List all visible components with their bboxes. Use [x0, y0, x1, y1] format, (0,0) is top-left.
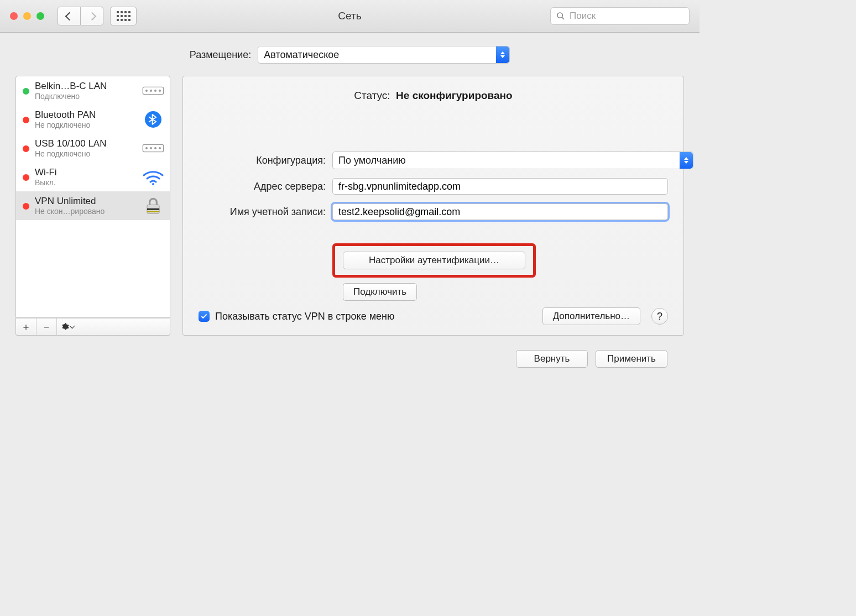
show-vpn-status-checkbox[interactable]: [199, 311, 210, 322]
sidebar-item[interactable]: USB 10/100 LANНе подключено: [16, 134, 170, 163]
main-footer: Показывать статус VPN в строке меню Допо…: [199, 301, 668, 325]
sidebar-item-text: Bluetooth PANНе подключено: [35, 109, 137, 129]
maximize-window-button[interactable]: [36, 12, 44, 20]
auth-settings-button[interactable]: Настройки аутентификации…: [343, 252, 525, 269]
show-all-button[interactable]: [110, 7, 137, 25]
account-name-input[interactable]: [332, 203, 668, 220]
status-label: Статус:: [354, 90, 390, 101]
gear-icon: [60, 322, 69, 331]
sidebar-item[interactable]: Wi-FiВыкл.: [16, 163, 170, 191]
svg-point-6: [159, 90, 161, 92]
account-name-label: Имя учетной записи:: [199, 206, 326, 218]
interface-actions-button[interactable]: [57, 319, 77, 335]
svg-point-0: [557, 13, 562, 18]
sidebar-item-title: Bluetooth PAN: [35, 109, 137, 121]
location-row: Размещение: Автоматическое: [15, 46, 684, 64]
close-window-button[interactable]: [10, 12, 18, 20]
ethernet-icon: [142, 140, 164, 156]
chevron-down-icon: [69, 323, 75, 328]
sidebar-footer: ＋ －: [15, 318, 170, 336]
vpn-form: Конфигурация: По умолчанию Адрес сервера…: [199, 152, 668, 220]
sidebar-item-title: VPN Unlimited: [35, 196, 137, 207]
show-vpn-status-label: Показывать статус VPN в строке меню: [215, 311, 394, 322]
svg-line-1: [562, 17, 564, 19]
sidebar-item-icon: [142, 168, 164, 186]
svg-point-13: [152, 183, 154, 185]
sidebar-item-text: Belkin…B-C LANПодключено: [35, 81, 137, 101]
apply-button[interactable]: Применить: [596, 350, 667, 368]
sidebar-item-subtitle: Не подключено: [35, 121, 137, 129]
revert-button[interactable]: Вернуть: [516, 350, 588, 368]
action-buttons: Настройки аутентификации… Подключить: [332, 243, 668, 301]
sidebar-item[interactable]: Bluetooth PANНе подключено: [16, 105, 170, 134]
sidebar-item-subtitle: Выкл.: [35, 178, 137, 187]
svg-point-12: [159, 148, 161, 149]
remove-interface-button[interactable]: －: [36, 319, 57, 335]
status-dot-icon: [23, 174, 29, 181]
location-value: Автоматическое: [264, 49, 339, 61]
sidebar-item[interactable]: VPN UnlimitedНе скон…рировано: [16, 191, 170, 220]
bottom-buttons: Вернуть Применить: [15, 336, 684, 368]
svg-rect-15: [147, 208, 159, 210]
svg-point-9: [146, 148, 148, 149]
interface-list: Belkin…B-C LANПодключеноBluetooth PANНе …: [15, 76, 170, 318]
status-row: Статус: Не сконфигурировано: [199, 90, 668, 102]
help-button[interactable]: ?: [651, 308, 668, 325]
wifi-icon: [142, 169, 164, 185]
sidebar-item-icon: [142, 197, 164, 215]
svg-point-4: [150, 90, 152, 92]
server-address-input[interactable]: [332, 178, 668, 195]
chevron-left-icon: [65, 12, 74, 20]
window-controls: [10, 12, 44, 20]
sidebar-item-title: Wi-Fi: [35, 167, 137, 178]
highlight-box: Настройки аутентификации…: [332, 243, 536, 278]
lock-icon: [143, 195, 164, 216]
status-dot-icon: [23, 203, 29, 210]
sidebar-item-icon: [142, 139, 164, 157]
svg-point-3: [146, 90, 148, 92]
toolbar: Сеть Поиск: [0, 0, 700, 33]
status-dot-icon: [23, 145, 29, 152]
back-button[interactable]: [58, 7, 81, 25]
search-icon: [556, 12, 565, 20]
svg-point-11: [155, 148, 156, 149]
sidebar-item-subtitle: Подключено: [35, 92, 137, 101]
sidebar-wrap: Belkin…B-C LANПодключеноBluetooth PANНе …: [15, 76, 170, 336]
advanced-button[interactable]: Дополнительно…: [542, 307, 640, 325]
sidebar-item-icon: [142, 111, 164, 128]
search-placeholder: Поиск: [570, 11, 596, 22]
select-stepper-icon: [680, 152, 693, 169]
main-panel: Статус: Не сконфигурировано Конфигурация…: [182, 76, 684, 336]
location-label: Размещение:: [190, 49, 251, 61]
search-field[interactable]: Поиск: [550, 7, 690, 25]
chevron-right-icon: [87, 12, 96, 20]
sidebar-item-icon: [142, 82, 164, 100]
select-stepper-icon: [496, 46, 509, 63]
server-address-label: Адрес сервера:: [199, 181, 326, 192]
forward-button[interactable]: [81, 7, 103, 25]
add-interface-button[interactable]: ＋: [16, 319, 36, 335]
svg-rect-16: [147, 211, 159, 212]
ethernet-icon: [142, 83, 164, 98]
svg-point-5: [155, 90, 156, 92]
minimize-window-button[interactable]: [23, 12, 31, 20]
svg-point-10: [150, 148, 152, 149]
sidebar-item-text: VPN UnlimitedНе скон…рировано: [35, 196, 137, 216]
config-label: Конфигурация:: [199, 155, 326, 166]
connect-button[interactable]: Подключить: [343, 283, 417, 301]
apps-grid-icon: [117, 11, 131, 21]
checkmark-icon: [200, 312, 208, 320]
config-select[interactable]: По умолчанию: [332, 152, 693, 169]
nav-buttons: [58, 7, 103, 25]
sidebar-item-text: USB 10/100 LANНе подключено: [35, 138, 137, 158]
status-dot-icon: [23, 117, 29, 123]
status-value: Не сконфигурировано: [396, 90, 513, 101]
status-dot-icon: [23, 88, 29, 95]
config-value: По умолчанию: [338, 155, 406, 166]
sidebar-item-text: Wi-FiВыкл.: [35, 167, 137, 187]
sidebar-item[interactable]: Belkin…B-C LANПодключено: [16, 76, 170, 105]
location-select[interactable]: Автоматическое: [258, 46, 510, 64]
bluetooth-icon: [143, 109, 163, 129]
sidebar-item-subtitle: Не подключено: [35, 149, 137, 158]
sidebar-item-title: Belkin…B-C LAN: [35, 81, 137, 92]
